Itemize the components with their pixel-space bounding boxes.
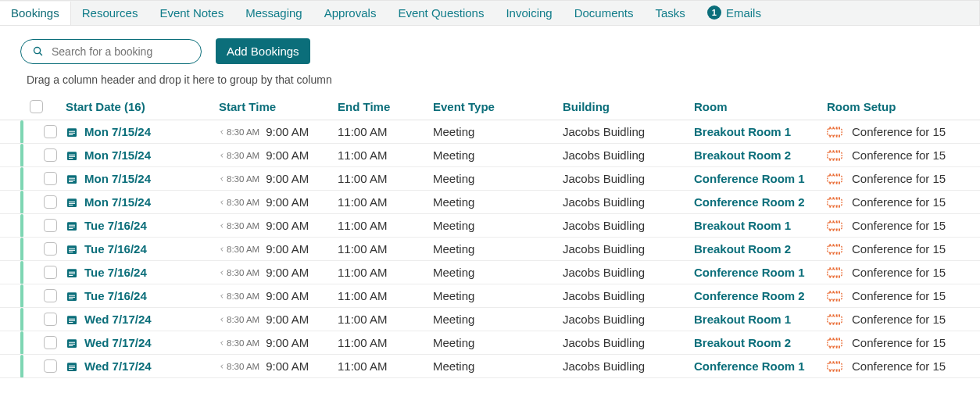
cell-building: Jacobs Buidling — [563, 242, 694, 256]
row-checkbox[interactable] — [44, 195, 57, 209]
room-link[interactable]: Breakout Room 2 — [694, 148, 791, 162]
cell-room[interactable]: Conference Room 1 — [694, 266, 827, 279]
room-link[interactable]: Conference Room 1 — [694, 266, 805, 279]
cell-start-date[interactable]: Mon 7/15/24 — [66, 172, 219, 185]
cell-start-date[interactable]: Tue 7/16/24 — [66, 289, 219, 302]
room-link[interactable]: Conference Room 2 — [694, 289, 805, 302]
cell-start-date[interactable]: Tue 7/16/24 — [66, 266, 219, 279]
col-start-date[interactable]: Start Date (16) — [66, 100, 219, 113]
cell-room[interactable]: Breakout Room 1 — [694, 219, 827, 232]
tab-messaging[interactable]: Messaging — [234, 2, 313, 25]
row-checkbox[interactable] — [44, 125, 57, 138]
cell-start-date[interactable]: Tue 7/16/24 — [66, 242, 219, 256]
cell-start-date[interactable]: Wed 7/17/24 — [66, 336, 219, 349]
chevron-left-icon — [219, 293, 225, 299]
tab-approvals[interactable]: Approvals — [313, 2, 388, 25]
tab-event-questions[interactable]: Event Questions — [387, 2, 495, 25]
col-room-setup[interactable]: Room Setup — [827, 100, 980, 113]
row-checkbox[interactable] — [44, 242, 57, 256]
search-booking[interactable] — [20, 39, 202, 64]
search-input[interactable] — [50, 45, 190, 59]
svg-rect-73 — [833, 244, 835, 246]
svg-rect-126 — [836, 338, 838, 340]
tab-tasks[interactable]: Tasks — [645, 2, 696, 25]
start-date-link[interactable]: Wed 7/17/24 — [84, 359, 152, 373]
cell-room[interactable]: Breakout Room 2 — [694, 148, 827, 162]
cell-start-date[interactable]: Mon 7/15/24 — [66, 125, 219, 138]
start-date-link[interactable]: Tue 7/16/24 — [84, 219, 147, 232]
row-checkbox[interactable] — [44, 172, 57, 185]
tab-emails[interactable]: 1Emails — [696, 1, 772, 25]
tab-resources[interactable]: Resources — [71, 2, 149, 25]
start-date-link[interactable]: Wed 7/17/24 — [84, 313, 152, 326]
svg-rect-91 — [836, 276, 838, 278]
select-all-checkbox[interactable] — [30, 100, 43, 113]
start-date-link[interactable]: Mon 7/15/24 — [84, 148, 151, 162]
cell-room[interactable]: Breakout Room 1 — [694, 125, 827, 138]
svg-rect-90 — [833, 276, 835, 278]
cell-start-date[interactable]: Wed 7/17/24 — [66, 313, 219, 326]
room-link[interactable]: Conference Room 1 — [694, 172, 805, 185]
svg-rect-97 — [828, 292, 842, 299]
svg-rect-111 — [829, 314, 831, 316]
room-link[interactable]: Breakout Room 2 — [694, 242, 791, 256]
svg-rect-106 — [67, 316, 77, 324]
tab-label: Event Questions — [398, 6, 484, 20]
start-time-value: 9:00 AM — [266, 195, 309, 209]
start-date-link[interactable]: Mon 7/15/24 — [84, 125, 151, 138]
room-link[interactable]: Conference Room 1 — [694, 359, 805, 373]
cell-room[interactable]: Conference Room 2 — [694, 195, 827, 209]
room-link[interactable]: Breakout Room 1 — [694, 313, 791, 326]
svg-rect-66 — [839, 229, 840, 231]
room-link[interactable]: Breakout Room 1 — [694, 125, 791, 138]
svg-rect-16 — [69, 154, 75, 155]
tab-event-notes[interactable]: Event Notes — [148, 2, 234, 25]
col-event-type[interactable]: Event Type — [433, 100, 563, 113]
cell-room[interactable]: Conference Room 1 — [694, 172, 827, 185]
cell-start-date[interactable]: Mon 7/15/24 — [66, 148, 219, 162]
cell-room[interactable]: Conference Room 1 — [694, 359, 827, 373]
row-checkbox[interactable] — [44, 336, 57, 349]
cell-start-time: 8:30 AM9:00 AM — [219, 172, 338, 185]
tab-invoicing[interactable]: Invoicing — [495, 2, 563, 25]
svg-rect-100 — [836, 291, 838, 293]
col-start-time[interactable]: Start Time — [219, 100, 338, 113]
cell-room[interactable]: Breakout Room 2 — [694, 242, 827, 256]
col-end-time[interactable]: End Time — [338, 100, 433, 113]
start-time-value: 9:00 AM — [266, 125, 309, 138]
calendar-icon — [66, 360, 78, 373]
room-setup-value: Conference for 15 — [852, 172, 946, 185]
cell-room[interactable]: Breakout Room 1 — [694, 313, 827, 326]
cell-start-date[interactable]: Mon 7/15/24 — [66, 195, 219, 209]
room-link[interactable]: Breakout Room 2 — [694, 336, 791, 349]
tab-documents[interactable]: Documents — [563, 2, 645, 25]
start-date-link[interactable]: Tue 7/16/24 — [84, 242, 147, 256]
row-checkbox[interactable] — [44, 359, 57, 373]
start-date-link[interactable]: Tue 7/16/24 — [84, 266, 147, 279]
group-by-hint[interactable]: Drag a column header and drop it here to… — [0, 72, 980, 94]
svg-rect-75 — [839, 244, 840, 246]
room-link[interactable]: Breakout Room 1 — [694, 219, 791, 232]
row-checkbox[interactable] — [44, 289, 57, 302]
start-date-link[interactable]: Wed 7/17/24 — [84, 336, 152, 349]
chevron-left-icon — [219, 316, 225, 323]
tab-bookings[interactable]: Bookings — [0, 2, 71, 25]
early-time: 8:30 AM — [219, 245, 259, 254]
row-checkbox[interactable] — [44, 313, 57, 326]
row-checkbox[interactable] — [44, 266, 57, 279]
row-checkbox[interactable] — [44, 148, 57, 162]
cell-start-date[interactable]: Wed 7/17/24 — [66, 359, 219, 373]
svg-rect-122 — [69, 345, 73, 345]
add-bookings-button[interactable]: Add Bookings — [216, 38, 310, 64]
start-date-link[interactable]: Mon 7/15/24 — [84, 172, 151, 185]
cell-room[interactable]: Conference Room 2 — [694, 289, 827, 302]
col-building[interactable]: Building — [563, 100, 694, 113]
cell-start-date[interactable]: Tue 7/16/24 — [66, 219, 219, 232]
room-link[interactable]: Conference Room 2 — [694, 195, 805, 209]
cell-room[interactable]: Breakout Room 2 — [694, 336, 827, 349]
col-room[interactable]: Room — [694, 100, 827, 113]
start-date-link[interactable]: Tue 7/16/24 — [84, 289, 147, 302]
start-date-link[interactable]: Mon 7/15/24 — [84, 195, 151, 209]
svg-rect-60 — [833, 220, 835, 223]
row-checkbox[interactable] — [44, 219, 57, 232]
